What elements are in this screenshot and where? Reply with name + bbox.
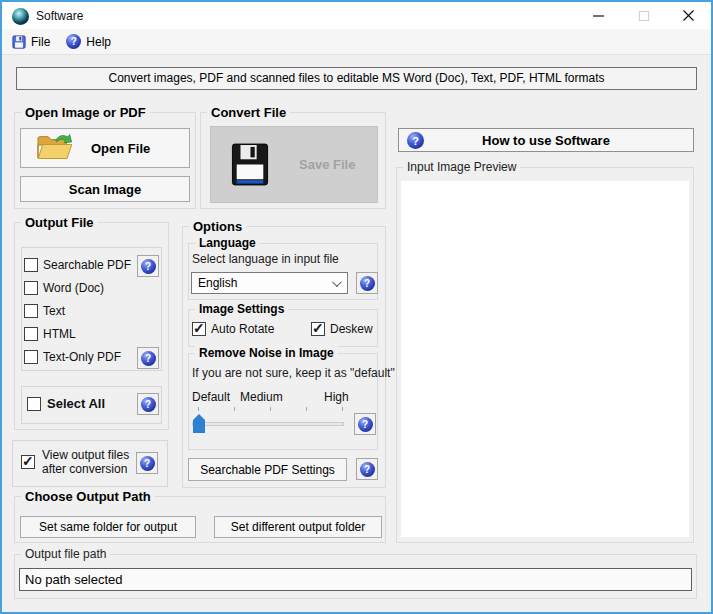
how-to-use-button[interactable]: How to use Software	[398, 128, 694, 152]
checkbox-deskew-label: Deskew	[330, 322, 373, 336]
checkbox-text[interactable]	[24, 304, 38, 318]
checkbox-select-all[interactable]	[27, 397, 41, 411]
set-same-folder-label: Set same folder for output	[39, 520, 177, 534]
input-image-preview	[401, 181, 689, 537]
help-icon	[407, 132, 424, 149]
checkbox-word-doc-label: Word (Doc)	[43, 281, 104, 295]
help-icon	[66, 34, 81, 49]
minimize-button[interactable]	[576, 2, 621, 29]
set-same-folder-button[interactable]: Set same folder for output	[20, 516, 196, 538]
checkbox-searchable-pdf[interactable]	[24, 258, 38, 272]
close-button[interactable]	[666, 2, 711, 29]
slider-tick	[234, 407, 235, 411]
slider-tick	[270, 407, 271, 411]
checkbox-html[interactable]	[24, 327, 38, 341]
window-controls	[576, 2, 711, 29]
checkbox-searchable-pdf-label: Searchable PDF	[43, 258, 131, 272]
help-button-language[interactable]	[356, 272, 378, 294]
help-icon	[140, 456, 155, 471]
open-file-button[interactable]: Open File	[20, 128, 190, 168]
help-button-view-output[interactable]	[136, 452, 158, 474]
checkbox-text-label: Text	[43, 304, 65, 318]
save-file-label: Save File	[299, 157, 355, 172]
window-title: Software	[36, 9, 83, 23]
help-icon	[141, 259, 156, 274]
noise-level-default-label: Default	[192, 390, 230, 404]
checkbox-view-output[interactable]	[21, 455, 35, 469]
help-button-remove-noise[interactable]	[354, 413, 376, 435]
banner-button[interactable]: Convert images, PDF and scanned files to…	[16, 67, 697, 90]
checkbox-deskew[interactable]	[311, 322, 325, 336]
scan-image-button[interactable]: Scan Image	[20, 176, 190, 202]
chevron-down-icon	[332, 277, 342, 287]
checkbox-text-only-pdf[interactable]	[24, 350, 38, 364]
slider-tick	[342, 407, 343, 411]
menu-help[interactable]: Help	[58, 29, 119, 54]
help-icon	[358, 417, 373, 432]
floppy-disk-icon	[231, 142, 269, 187]
menu-file-label: File	[31, 35, 50, 49]
checkbox-html-label: HTML	[43, 327, 76, 341]
output-path-field[interactable]: No path selected	[19, 568, 692, 591]
slider-tick	[306, 407, 307, 411]
help-button-select-all[interactable]	[137, 393, 159, 415]
menubar: File Help	[2, 29, 711, 55]
group-image-settings-title: Image Settings	[195, 302, 288, 316]
how-to-use-label: How to use Software	[482, 133, 610, 148]
app-window: Software File Help	[0, 0, 713, 614]
checkbox-word-doc[interactable]	[24, 281, 38, 295]
app-icon	[12, 8, 29, 25]
noise-slider-track[interactable]	[192, 422, 344, 426]
view-output-line1: View output files	[42, 448, 129, 462]
set-different-folder-label: Set different output folder	[231, 520, 366, 534]
help-button-searchable-pdf-settings[interactable]	[356, 458, 378, 480]
save-file-button[interactable]: Save File	[210, 126, 378, 203]
titlebar: Software	[2, 2, 711, 29]
help-icon	[360, 462, 375, 477]
checkbox-auto-rotate[interactable]	[192, 322, 206, 336]
checkbox-auto-rotate-label: Auto Rotate	[211, 322, 274, 336]
group-options-title: Options	[189, 219, 246, 234]
group-language-title: Language	[195, 236, 260, 250]
searchable-pdf-settings-button[interactable]: Searchable PDF Settings	[188, 458, 347, 481]
help-icon	[360, 276, 375, 291]
checkbox-view-output-label: View output files after conversion	[42, 448, 129, 476]
checkbox-select-all-label: Select All	[47, 396, 105, 411]
maximize-button	[621, 2, 666, 29]
view-output-line2: after conversion	[42, 462, 127, 476]
noise-level-high-label: High	[324, 390, 349, 404]
language-select[interactable]: English	[191, 272, 348, 294]
menu-help-label: Help	[86, 35, 111, 49]
group-choose-output-path-title: Choose Output Path	[21, 489, 155, 504]
searchable-pdf-settings-label: Searchable PDF Settings	[200, 463, 335, 477]
folder-open-icon	[35, 132, 75, 164]
group-remove-noise-title: Remove Noise in Image	[195, 346, 338, 360]
scan-image-label: Scan Image	[69, 182, 141, 197]
menu-file[interactable]: File	[2, 29, 58, 54]
language-hint: Select language in input file	[192, 252, 339, 266]
open-file-label: Open File	[91, 141, 150, 156]
output-file-path-title: Output file path	[21, 547, 110, 561]
help-button-searchable-pdf[interactable]	[137, 255, 159, 277]
remove-noise-hint: If you are not sure, keep it as "default…	[192, 366, 395, 380]
group-open-image-title: Open Image or PDF	[21, 105, 150, 120]
help-button-text-only-pdf[interactable]	[137, 347, 159, 369]
group-output-file-title: Output File	[21, 215, 98, 230]
group-convert-file-title: Convert File	[207, 105, 290, 120]
noise-level-medium-label: Medium	[240, 390, 283, 404]
language-selected-value: English	[198, 276, 237, 290]
help-icon	[141, 397, 156, 412]
checkbox-text-only-pdf-label: Text-Only PDF	[43, 350, 121, 364]
help-icon	[141, 351, 156, 366]
set-different-folder-button[interactable]: Set different output folder	[214, 516, 382, 538]
input-preview-title: Input Image Preview	[403, 160, 520, 174]
floppy-icon	[12, 35, 26, 49]
slider-tick	[198, 407, 199, 411]
